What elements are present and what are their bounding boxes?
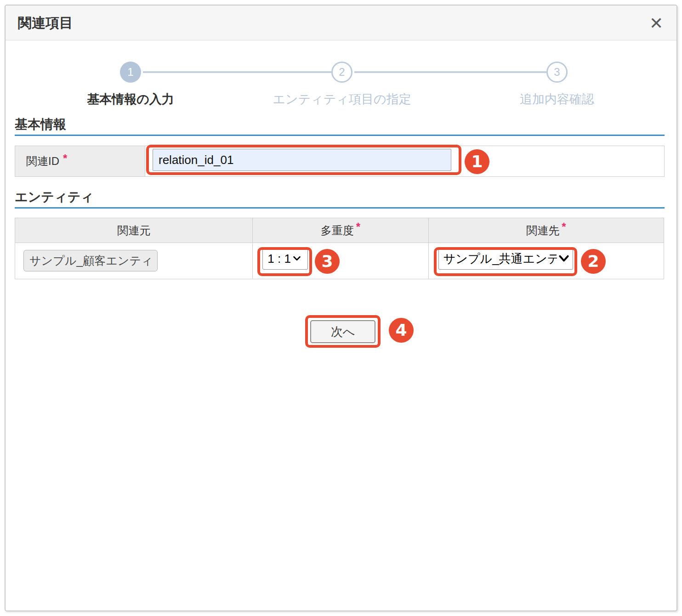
target-entity-select[interactable]: サンプル_共通エンティ <box>438 248 573 270</box>
multiplicity-cell: 1 : 1 <box>252 243 428 279</box>
step-connector-2 <box>354 71 546 73</box>
chevron-down-icon <box>558 252 570 266</box>
multiplicity-value: 1 : 1 <box>267 252 291 266</box>
step-connector-1 <box>143 71 331 73</box>
entity-table: 関連元 多重度* 関連先* サンプル_顧客エンティ 1 : 1 <box>15 218 664 279</box>
step-2-circle: 2 <box>331 62 352 83</box>
multiplicity-select[interactable]: 1 : 1 <box>262 248 308 270</box>
entity-section-title: エンティティ <box>15 188 94 206</box>
entity-table-row: サンプル_顧客エンティ 1 : 1 サンプル_共通エンティ <box>15 243 664 279</box>
header-multiplicity: 多重度* <box>252 218 428 243</box>
annotation-marker-4: 4 <box>389 318 414 343</box>
target-entity-value: サンプル_共通エンティ <box>443 251 557 267</box>
step-3-label: 追加内容確認 <box>520 91 594 107</box>
dialog-title: 関連項目 <box>18 6 73 40</box>
step-2-label: エンティティ項目の指定 <box>273 91 411 107</box>
entity-table-header-row: 関連元 多重度* 関連先* <box>15 218 664 243</box>
required-asterisk: * <box>63 152 67 164</box>
relation-id-label: 関連ID* <box>26 146 67 176</box>
dialog-titlebar: 関連項目 ✕ <box>6 6 676 40</box>
step-1-label: 基本情報の入力 <box>87 91 174 107</box>
step-1-circle: 1 <box>120 62 141 83</box>
related-item-dialog: 関連項目 ✕ 1 2 3 基本情報の入力 エンティティ項目の指定 追加内容確認 … <box>5 5 677 611</box>
required-asterisk: * <box>356 220 360 233</box>
next-button[interactable]: 次へ <box>310 320 375 343</box>
required-asterisk: * <box>562 220 566 233</box>
header-target: 関連先* <box>428 218 664 243</box>
source-cell: サンプル_顧客エンティ <box>15 243 252 279</box>
chevron-down-icon <box>292 253 302 265</box>
relation-id-input[interactable] <box>153 149 451 171</box>
entity-underline <box>15 207 665 209</box>
step-3-circle: 3 <box>546 62 568 83</box>
close-icon[interactable]: ✕ <box>643 6 669 40</box>
relation-id-label-cell: 関連ID* <box>15 146 145 176</box>
target-cell: サンプル_共通エンティ <box>428 243 664 279</box>
header-source: 関連元 <box>15 218 252 243</box>
basic-info-section-title: 基本情報 <box>15 116 66 133</box>
basic-info-underline <box>15 135 665 136</box>
source-entity-input[interactable]: サンプル_顧客エンティ <box>23 250 158 271</box>
